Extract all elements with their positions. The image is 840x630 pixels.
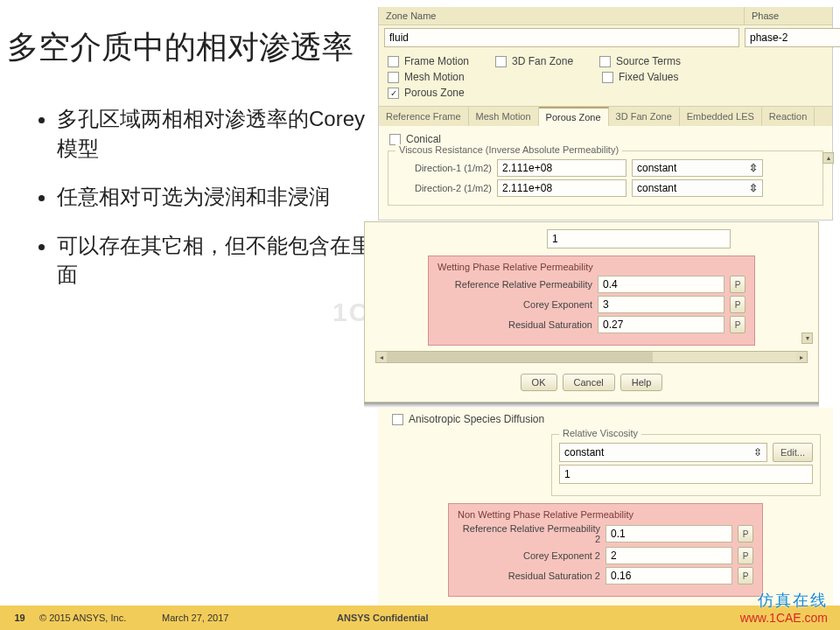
relative-viscosity-value[interactable] xyxy=(559,465,813,484)
lower-panel: Anisotropic Species Diffusion Relative V… xyxy=(378,408,833,607)
relative-viscosity-title: Relative Viscosity xyxy=(559,428,641,438)
direction-1-combo[interactable]: constant⇳ xyxy=(632,159,763,177)
watermark-url: www.1CAE.com xyxy=(740,611,828,625)
viscous-resistance-group: Viscous Resistance (Inverse Absolute Per… xyxy=(388,150,823,206)
direction-2-label: Direction-2 (1/m2) xyxy=(396,183,492,193)
direction-1-label: Direction-1 (1/m2) xyxy=(396,163,492,173)
wetting-ref-label: Reference Relative Permeability xyxy=(438,279,592,290)
watermark-text: 仿真在线 xyxy=(740,590,828,611)
direction-1-input[interactable] xyxy=(497,159,626,177)
frame-motion-label: Frame Motion xyxy=(404,55,469,67)
wetting-ref-input[interactable] xyxy=(598,276,724,293)
scroll-down-button[interactable]: ▾ xyxy=(802,332,813,344)
conical-checkbox[interactable] xyxy=(389,134,401,145)
nonwet-corey-input[interactable] xyxy=(606,547,732,564)
mesh-motion-label: Mesh Motion xyxy=(404,71,480,83)
nonwet-corey-label: Corey Exponent 2 xyxy=(458,550,600,561)
zone-name-input[interactable] xyxy=(384,28,739,47)
nonwet-ref-label: Reference Relative Permeability 2 xyxy=(458,523,600,544)
zone-settings-panel: Zone Name Phase Frame Motion 3D Fan Zone… xyxy=(378,7,833,220)
chevron-updown-icon: ⇳ xyxy=(753,446,762,458)
nonwetting-group-title: Non Wetting Phase Relative Permeability xyxy=(458,509,753,520)
source-terms-label: Source Terms xyxy=(616,55,681,67)
anisotropic-label: Anisotropic Species Diffusion xyxy=(409,413,544,425)
page-number: 19 xyxy=(0,612,39,623)
nonwet-ref-input[interactable] xyxy=(606,525,732,542)
bullet-item: 任意相对可选为浸润和非浸润 xyxy=(57,182,372,212)
cancel-button[interactable]: Cancel xyxy=(563,374,615,391)
porous-zone-checkbox[interactable]: ✓ xyxy=(388,88,399,99)
confidential-label: ANSYS Confidential xyxy=(337,612,429,623)
lone-value-input[interactable] xyxy=(547,229,731,248)
nonwetting-permeability-group: Non Wetting Phase Relative Permeability … xyxy=(448,503,763,597)
fixed-values-checkbox[interactable] xyxy=(602,72,613,83)
frame-motion-checkbox[interactable] xyxy=(388,56,399,67)
fixed-values-label: Fixed Values xyxy=(619,71,678,83)
zone-name-label: Zone Name xyxy=(379,7,745,24)
tab-reference-frame[interactable]: Reference Frame xyxy=(379,107,469,126)
horizontal-scrollbar[interactable]: ◂ ▸ xyxy=(375,351,808,363)
scroll-left-button[interactable]: ◂ xyxy=(376,352,387,362)
scroll-right-button[interactable]: ▸ xyxy=(796,352,807,362)
3d-fan-zone-checkbox[interactable] xyxy=(495,56,507,67)
tab-embedded-les[interactable]: Embedded LES xyxy=(680,107,762,126)
source-terms-checkbox[interactable] xyxy=(599,56,611,67)
3d-fan-zone-label: 3D Fan Zone xyxy=(512,55,573,67)
tab-3d-fan-zone[interactable]: 3D Fan Zone xyxy=(609,107,680,126)
tab-porous-zone[interactable]: Porous Zone xyxy=(539,107,609,126)
mesh-motion-checkbox[interactable] xyxy=(388,72,399,83)
p-button[interactable]: P xyxy=(738,525,753,542)
scrollbar-thumb[interactable] xyxy=(387,352,653,362)
help-button[interactable]: Help xyxy=(620,374,663,391)
edit-button[interactable]: Edit... xyxy=(773,443,813,462)
direction-2-input[interactable] xyxy=(497,179,626,197)
p-button[interactable]: P xyxy=(738,567,753,584)
nonwet-residual-input[interactable] xyxy=(606,567,732,584)
porous-zone-label: Porous Zone xyxy=(404,87,465,99)
tab-reaction[interactable]: Reaction xyxy=(762,107,815,126)
p-button[interactable]: P xyxy=(730,316,746,333)
wetting-corey-input[interactable] xyxy=(598,296,724,313)
wetting-group-title: Wetting Phase Relative Permeability xyxy=(438,262,746,272)
footer-date: March 27, 2017 xyxy=(162,612,337,623)
conical-label: Conical xyxy=(406,133,441,145)
p-button[interactable]: P xyxy=(730,296,746,313)
relative-viscosity-combo[interactable]: constant⇳ xyxy=(559,443,767,462)
direction-2-combo[interactable]: constant⇳ xyxy=(632,179,763,197)
phase-label: Phase xyxy=(745,7,832,24)
bullet-item: 多孔区域两相相对渗透率的Corey 模型 xyxy=(57,104,372,163)
tab-bar: Reference Frame Mesh Motion Porous Zone … xyxy=(379,106,832,126)
p-button[interactable]: P xyxy=(738,547,753,564)
chevron-updown-icon: ⇳ xyxy=(749,182,758,194)
footer-bar: 19 © 2015 ANSYS, Inc. March 27, 2017 ANS… xyxy=(0,606,840,630)
ok-button[interactable]: OK xyxy=(521,374,557,391)
tab-mesh-motion[interactable]: Mesh Motion xyxy=(469,107,539,126)
slide-title: 多空介质中的相对渗透率 xyxy=(7,26,354,69)
viscous-resistance-title: Viscous Resistance (Inverse Absolute Per… xyxy=(396,144,622,155)
chevron-updown-icon: ⇳ xyxy=(749,162,758,174)
overlay-dialog: Wetting Phase Relative Permeability Refe… xyxy=(364,221,819,402)
phase-input[interactable] xyxy=(745,28,840,47)
wetting-permeability-group: Wetting Phase Relative Permeability Refe… xyxy=(428,256,755,346)
nonwet-residual-label: Residual Saturation 2 xyxy=(458,570,600,581)
scroll-up-button[interactable]: ▴ xyxy=(822,152,834,164)
wetting-residual-label: Residual Saturation xyxy=(438,319,592,330)
copyright: © 2015 ANSYS, Inc. xyxy=(39,612,162,623)
watermark: 仿真在线 www.1CAE.com xyxy=(740,590,828,625)
relative-viscosity-group: Relative Viscosity constant⇳ Edit... xyxy=(551,434,821,496)
bullet-list: 多孔区域两相相对渗透率的Corey 模型 任意相对可选为浸润和非浸润 可以存在其… xyxy=(22,104,372,309)
anisotropic-checkbox[interactable] xyxy=(392,414,403,425)
wetting-corey-label: Corey Exponent xyxy=(438,299,592,310)
bullet-item: 可以存在其它相，但不能包含在里面 xyxy=(57,231,372,290)
p-button[interactable]: P xyxy=(730,276,746,293)
wetting-residual-input[interactable] xyxy=(598,316,724,333)
